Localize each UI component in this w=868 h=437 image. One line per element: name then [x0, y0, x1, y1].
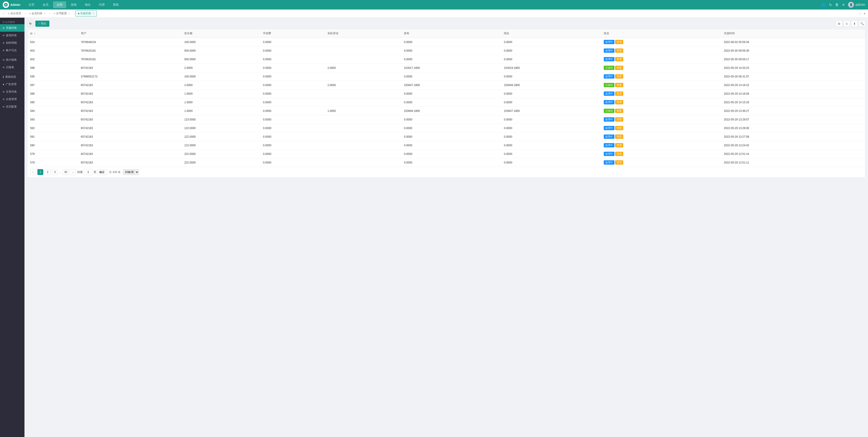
sidebar-item-categories[interactable]: ≡ 分类管理: [0, 96, 25, 103]
status-badge-view[interactable]: 查看: [615, 109, 623, 113]
nav-item-games[interactable]: 游戏: [67, 1, 80, 8]
tab-split-config[interactable]: 分币配置 ✕: [51, 10, 72, 16]
status-badge-manage[interactable]: 管理: [615, 152, 623, 156]
cell-actual-change: [325, 72, 401, 81]
sort-icon[interactable]: ⇅: [34, 32, 36, 35]
tab-dot: [8, 13, 9, 14]
tab-next-btn[interactable]: ›: [859, 12, 861, 15]
search-btn[interactable]: 🔍: [859, 21, 865, 27]
cell-current: 0.0000: [501, 72, 601, 81]
sidebar-group-icon: B: [3, 21, 4, 24]
cell-time: 2022-05-29 13:27:58: [721, 132, 865, 141]
status-badge-manage[interactable]: 管理: [615, 134, 623, 139]
tab-menu-btn[interactable]: ▾: [863, 12, 866, 15]
cell-time: 2022-05-29 14:16:04: [721, 90, 865, 98]
nav-item-address[interactable]: 地址: [81, 1, 94, 8]
globe-icon[interactable]: 🌐: [821, 3, 826, 7]
status-badge-manage[interactable]: 管理: [615, 57, 623, 61]
page-jump-input[interactable]: [84, 169, 93, 175]
col-status: 状态: [601, 29, 721, 38]
nav-item-home[interactable]: 主页: [25, 1, 38, 8]
download-btn[interactable]: ⬇: [851, 21, 858, 27]
cell-id: 585: [27, 98, 78, 107]
page-btn-2[interactable]: 2: [44, 169, 51, 175]
cell-id: 587: [27, 81, 78, 90]
status-badge-manage[interactable]: 管理: [615, 48, 623, 53]
tab-sep-3: »: [73, 12, 75, 15]
status-badge-manage[interactable]: 管理: [615, 40, 623, 44]
page-btn-3[interactable]: 3: [52, 169, 58, 175]
page-next-btn[interactable]: ›: [70, 169, 76, 175]
cell-amount: 2.0000: [182, 64, 260, 72]
page-btn-30[interactable]: 30: [63, 169, 69, 175]
user-area[interactable]: 👤 admin: [848, 2, 865, 8]
sidebar-item-daily[interactable]: ≡ 日报表: [0, 64, 25, 71]
cell-time: 2022-05-29 14:16:22: [721, 81, 865, 90]
tab-close-recharge[interactable]: ✕: [92, 12, 94, 15]
print-btn[interactable]: ⎙: [843, 21, 850, 27]
info-icon: ℹ: [3, 75, 4, 78]
tab-prev-btn[interactable]: ‹: [2, 12, 5, 15]
table-row: 603 7876620181 500.0000 0.0000 0.0000 0.…: [27, 46, 865, 55]
sidebar-item-label: 话言配置: [6, 105, 17, 109]
status-badge-manage[interactable]: 管理: [615, 117, 623, 122]
cell-amount: 222.0000: [182, 158, 260, 167]
sidebar-item-label: 充值列表: [6, 26, 17, 30]
cell-time: 2022-05-29 13:36:27: [721, 107, 865, 115]
sidebar-item-stats[interactable]: ≡ 统计报表: [0, 56, 25, 64]
sidebar-item-withdrawal[interactable]: ≡ 提现列表: [0, 32, 25, 39]
tab-member-list[interactable]: 会员列表 ✕: [27, 10, 48, 16]
cell-original: 0.0000: [401, 55, 501, 64]
refresh-icon[interactable]: ↻: [829, 3, 832, 7]
page-size-select[interactable]: 15条/页 20条/页 30条/页 50条/页: [123, 169, 139, 175]
status-badge-success: 已成功: [604, 109, 614, 113]
account-log-icon: ≡: [3, 49, 4, 52]
export-button[interactable]: ↑ 导出: [35, 21, 50, 27]
cell-time: 2022-05-29 12:51:11: [721, 158, 865, 167]
page-jump-confirm-btn[interactable]: 确定: [97, 169, 107, 175]
sidebar-item-language[interactable]: ≡ 话言配置: [0, 103, 25, 110]
status-badge-view[interactable]: 查看: [615, 66, 623, 70]
sidebar-item-transfer[interactable]: ≡ 划转明细: [0, 39, 25, 47]
export-icon: ↑: [38, 22, 40, 25]
grid-view-btn[interactable]: ⊞: [836, 21, 842, 27]
col-user: 用户: [78, 29, 182, 38]
tab-recharge-list[interactable]: 充值列表 ✕: [75, 10, 97, 16]
table-body: 624 7878648234 100.0000 0.0000 0.0000 0.…: [27, 38, 865, 167]
sidebar-item-account-log[interactable]: ≡ 账户日志: [0, 47, 25, 54]
sidebar-item-recharge[interactable]: ≡ 充值列表: [0, 24, 25, 32]
cell-original: 0.0000: [401, 158, 501, 167]
delete-icon[interactable]: 🗑: [835, 3, 839, 7]
sidebar-item-label: 提现列表: [6, 34, 17, 37]
status-badge-manage[interactable]: 管理: [615, 74, 623, 78]
cell-fee: 0.0000: [260, 72, 325, 81]
cell-time: 2022-05-29 14:20:23: [721, 64, 865, 72]
status-badge-manage[interactable]: 管理: [615, 143, 623, 147]
status-badge-manage[interactable]: 管理: [615, 160, 623, 165]
sidebar-item-label: 日报表: [6, 65, 14, 69]
sidebar-item-articles[interactable]: ≡ 文章列表: [0, 88, 25, 96]
page-jump-label: 到第: [77, 170, 83, 174]
status-badge-manage[interactable]: 管理: [615, 100, 623, 104]
page-prev-btn[interactable]: ‹: [30, 169, 36, 175]
cell-original: 0.0000: [401, 141, 501, 150]
username: admin: [855, 3, 865, 7]
status-badge-view[interactable]: 查看: [615, 83, 623, 87]
tab-close-member[interactable]: ✕: [44, 12, 45, 15]
nav-item-system[interactable]: 系统: [109, 1, 122, 8]
sidebar-item-label: 分类管理: [6, 97, 17, 101]
nav-item-agent[interactable]: 代理: [95, 1, 108, 8]
cell-time: 2022-05-29 12:51:14: [721, 150, 865, 158]
nav-item-operations[interactable]: 运营: [53, 1, 66, 8]
tab-close-split[interactable]: ✕: [68, 12, 70, 15]
sidebar-item-ads[interactable]: ♦ 广告管理: [0, 80, 25, 88]
nav-item-member[interactable]: 会员: [39, 1, 52, 8]
cell-user: 65742183: [78, 90, 182, 98]
page-btn-1[interactable]: 1: [37, 169, 43, 175]
status-badge-manage[interactable]: 管理: [615, 126, 623, 130]
status-badge-manage[interactable]: 管理: [615, 92, 623, 96]
close-icon[interactable]: ✕: [842, 3, 845, 7]
refresh-button[interactable]: ↻: [27, 21, 34, 27]
sidebar-item-basic-info[interactable]: ℹ 基础信息: [0, 73, 25, 80]
tab-backend-home[interactable]: 后台首页: [6, 10, 24, 16]
